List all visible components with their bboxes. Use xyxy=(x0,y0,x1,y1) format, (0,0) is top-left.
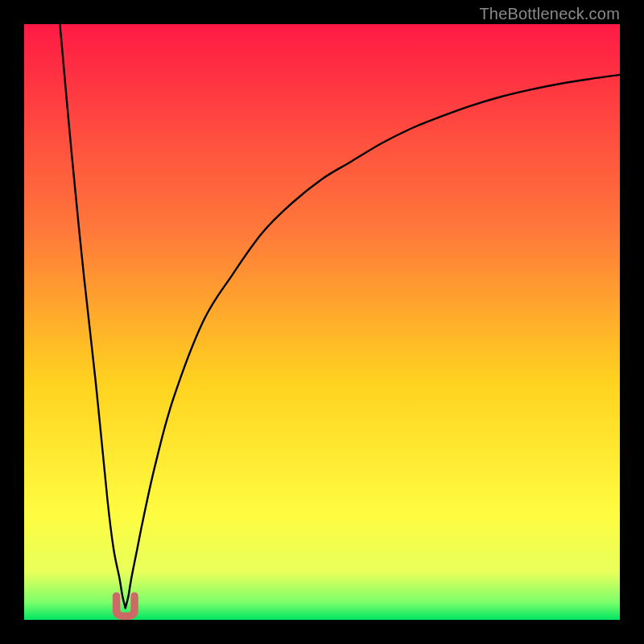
chart-svg xyxy=(24,24,620,620)
gradient-background xyxy=(24,24,620,620)
outer-frame: TheBottleneck.com xyxy=(0,0,644,644)
plot-area xyxy=(24,24,620,620)
credit-text: TheBottleneck.com xyxy=(479,5,620,23)
